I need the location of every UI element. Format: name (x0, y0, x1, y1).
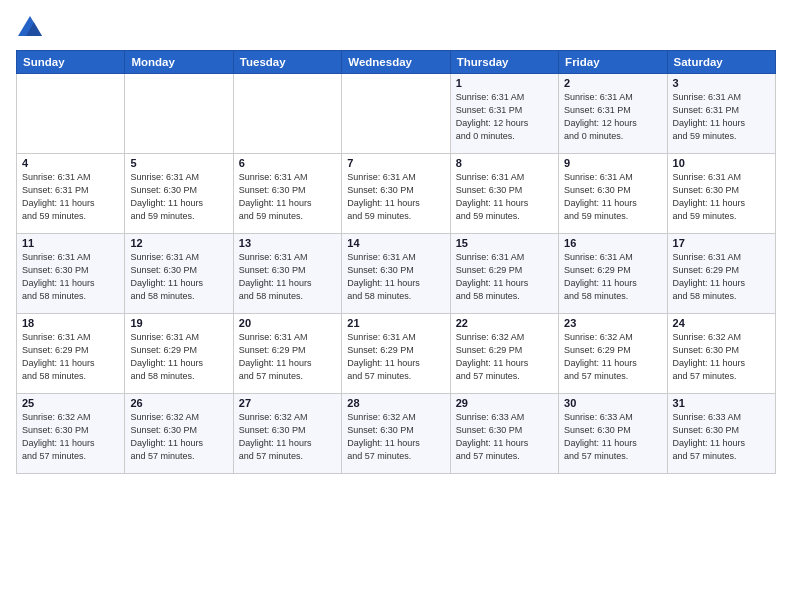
weekday-header: Thursday (450, 51, 558, 74)
day-number: 17 (673, 237, 770, 249)
weekday-header: Wednesday (342, 51, 450, 74)
day-info: Sunrise: 6:31 AM Sunset: 6:31 PM Dayligh… (564, 91, 661, 143)
day-number: 10 (673, 157, 770, 169)
day-info: Sunrise: 6:31 AM Sunset: 6:29 PM Dayligh… (564, 251, 661, 303)
calendar-cell: 23Sunrise: 6:32 AM Sunset: 6:29 PM Dayli… (559, 314, 667, 394)
calendar-cell: 28Sunrise: 6:32 AM Sunset: 6:30 PM Dayli… (342, 394, 450, 474)
day-number: 9 (564, 157, 661, 169)
day-number: 19 (130, 317, 227, 329)
weekday-header: Tuesday (233, 51, 341, 74)
day-number: 1 (456, 77, 553, 89)
calendar-cell (125, 74, 233, 154)
day-number: 4 (22, 157, 119, 169)
day-number: 31 (673, 397, 770, 409)
day-info: Sunrise: 6:31 AM Sunset: 6:29 PM Dayligh… (347, 331, 444, 383)
calendar-week-row: 18Sunrise: 6:31 AM Sunset: 6:29 PM Dayli… (17, 314, 776, 394)
day-info: Sunrise: 6:31 AM Sunset: 6:30 PM Dayligh… (130, 171, 227, 223)
calendar-header-row: SundayMondayTuesdayWednesdayThursdayFrid… (17, 51, 776, 74)
day-info: Sunrise: 6:31 AM Sunset: 6:29 PM Dayligh… (456, 251, 553, 303)
calendar-cell (342, 74, 450, 154)
day-info: Sunrise: 6:32 AM Sunset: 6:30 PM Dayligh… (239, 411, 336, 463)
calendar-cell: 15Sunrise: 6:31 AM Sunset: 6:29 PM Dayli… (450, 234, 558, 314)
day-number: 3 (673, 77, 770, 89)
day-info: Sunrise: 6:32 AM Sunset: 6:30 PM Dayligh… (130, 411, 227, 463)
day-info: Sunrise: 6:31 AM Sunset: 6:29 PM Dayligh… (673, 251, 770, 303)
day-info: Sunrise: 6:32 AM Sunset: 6:30 PM Dayligh… (347, 411, 444, 463)
calendar-cell: 31Sunrise: 6:33 AM Sunset: 6:30 PM Dayli… (667, 394, 775, 474)
day-number: 7 (347, 157, 444, 169)
day-number: 8 (456, 157, 553, 169)
day-info: Sunrise: 6:31 AM Sunset: 6:30 PM Dayligh… (239, 251, 336, 303)
calendar-cell: 27Sunrise: 6:32 AM Sunset: 6:30 PM Dayli… (233, 394, 341, 474)
calendar-table: SundayMondayTuesdayWednesdayThursdayFrid… (16, 50, 776, 474)
calendar-cell: 30Sunrise: 6:33 AM Sunset: 6:30 PM Dayli… (559, 394, 667, 474)
calendar-week-row: 4Sunrise: 6:31 AM Sunset: 6:31 PM Daylig… (17, 154, 776, 234)
day-number: 23 (564, 317, 661, 329)
day-info: Sunrise: 6:32 AM Sunset: 6:29 PM Dayligh… (564, 331, 661, 383)
day-number: 2 (564, 77, 661, 89)
weekday-header: Saturday (667, 51, 775, 74)
calendar-cell: 12Sunrise: 6:31 AM Sunset: 6:30 PM Dayli… (125, 234, 233, 314)
day-info: Sunrise: 6:31 AM Sunset: 6:30 PM Dayligh… (347, 171, 444, 223)
day-number: 20 (239, 317, 336, 329)
calendar-cell: 25Sunrise: 6:32 AM Sunset: 6:30 PM Dayli… (17, 394, 125, 474)
calendar-cell: 18Sunrise: 6:31 AM Sunset: 6:29 PM Dayli… (17, 314, 125, 394)
calendar-cell: 5Sunrise: 6:31 AM Sunset: 6:30 PM Daylig… (125, 154, 233, 234)
calendar-cell: 17Sunrise: 6:31 AM Sunset: 6:29 PM Dayli… (667, 234, 775, 314)
day-info: Sunrise: 6:31 AM Sunset: 6:30 PM Dayligh… (564, 171, 661, 223)
day-info: Sunrise: 6:31 AM Sunset: 6:29 PM Dayligh… (239, 331, 336, 383)
day-number: 13 (239, 237, 336, 249)
calendar-cell: 3Sunrise: 6:31 AM Sunset: 6:31 PM Daylig… (667, 74, 775, 154)
calendar-cell: 11Sunrise: 6:31 AM Sunset: 6:30 PM Dayli… (17, 234, 125, 314)
calendar-cell: 6Sunrise: 6:31 AM Sunset: 6:30 PM Daylig… (233, 154, 341, 234)
day-info: Sunrise: 6:31 AM Sunset: 6:29 PM Dayligh… (22, 331, 119, 383)
calendar-cell (233, 74, 341, 154)
day-number: 28 (347, 397, 444, 409)
calendar-cell: 4Sunrise: 6:31 AM Sunset: 6:31 PM Daylig… (17, 154, 125, 234)
day-number: 18 (22, 317, 119, 329)
day-number: 16 (564, 237, 661, 249)
day-number: 5 (130, 157, 227, 169)
calendar-cell: 20Sunrise: 6:31 AM Sunset: 6:29 PM Dayli… (233, 314, 341, 394)
day-info: Sunrise: 6:31 AM Sunset: 6:30 PM Dayligh… (347, 251, 444, 303)
calendar-cell: 29Sunrise: 6:33 AM Sunset: 6:30 PM Dayli… (450, 394, 558, 474)
header (16, 14, 776, 42)
day-number: 14 (347, 237, 444, 249)
day-info: Sunrise: 6:33 AM Sunset: 6:30 PM Dayligh… (456, 411, 553, 463)
weekday-header: Monday (125, 51, 233, 74)
day-number: 26 (130, 397, 227, 409)
day-number: 30 (564, 397, 661, 409)
weekday-header: Sunday (17, 51, 125, 74)
calendar-cell: 21Sunrise: 6:31 AM Sunset: 6:29 PM Dayli… (342, 314, 450, 394)
day-info: Sunrise: 6:33 AM Sunset: 6:30 PM Dayligh… (564, 411, 661, 463)
day-number: 6 (239, 157, 336, 169)
calendar-week-row: 25Sunrise: 6:32 AM Sunset: 6:30 PM Dayli… (17, 394, 776, 474)
logo-icon (16, 14, 44, 42)
calendar-cell: 24Sunrise: 6:32 AM Sunset: 6:30 PM Dayli… (667, 314, 775, 394)
calendar-cell: 7Sunrise: 6:31 AM Sunset: 6:30 PM Daylig… (342, 154, 450, 234)
day-info: Sunrise: 6:33 AM Sunset: 6:30 PM Dayligh… (673, 411, 770, 463)
calendar-week-row: 11Sunrise: 6:31 AM Sunset: 6:30 PM Dayli… (17, 234, 776, 314)
day-info: Sunrise: 6:32 AM Sunset: 6:29 PM Dayligh… (456, 331, 553, 383)
calendar-cell: 10Sunrise: 6:31 AM Sunset: 6:30 PM Dayli… (667, 154, 775, 234)
day-number: 12 (130, 237, 227, 249)
calendar-cell: 14Sunrise: 6:31 AM Sunset: 6:30 PM Dayli… (342, 234, 450, 314)
day-number: 24 (673, 317, 770, 329)
calendar-cell: 1Sunrise: 6:31 AM Sunset: 6:31 PM Daylig… (450, 74, 558, 154)
day-info: Sunrise: 6:31 AM Sunset: 6:31 PM Dayligh… (673, 91, 770, 143)
calendar-cell: 2Sunrise: 6:31 AM Sunset: 6:31 PM Daylig… (559, 74, 667, 154)
calendar-cell: 9Sunrise: 6:31 AM Sunset: 6:30 PM Daylig… (559, 154, 667, 234)
day-info: Sunrise: 6:31 AM Sunset: 6:29 PM Dayligh… (130, 331, 227, 383)
day-info: Sunrise: 6:31 AM Sunset: 6:30 PM Dayligh… (22, 251, 119, 303)
day-number: 11 (22, 237, 119, 249)
day-info: Sunrise: 6:31 AM Sunset: 6:30 PM Dayligh… (673, 171, 770, 223)
calendar-cell: 22Sunrise: 6:32 AM Sunset: 6:29 PM Dayli… (450, 314, 558, 394)
calendar-cell (17, 74, 125, 154)
calendar-cell: 8Sunrise: 6:31 AM Sunset: 6:30 PM Daylig… (450, 154, 558, 234)
day-info: Sunrise: 6:31 AM Sunset: 6:30 PM Dayligh… (456, 171, 553, 223)
day-number: 25 (22, 397, 119, 409)
calendar-cell: 26Sunrise: 6:32 AM Sunset: 6:30 PM Dayli… (125, 394, 233, 474)
calendar-week-row: 1Sunrise: 6:31 AM Sunset: 6:31 PM Daylig… (17, 74, 776, 154)
calendar-cell: 19Sunrise: 6:31 AM Sunset: 6:29 PM Dayli… (125, 314, 233, 394)
day-info: Sunrise: 6:31 AM Sunset: 6:30 PM Dayligh… (239, 171, 336, 223)
